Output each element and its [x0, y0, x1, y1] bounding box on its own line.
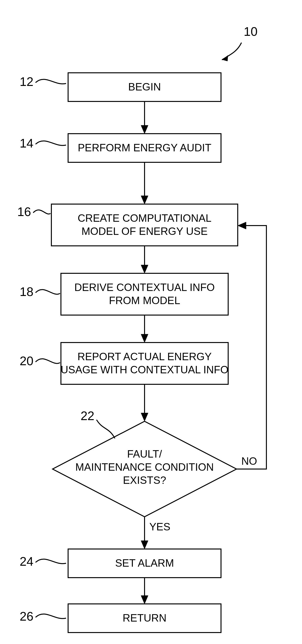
arrowhead-12-14 — [141, 125, 148, 134]
leader-20 — [36, 359, 60, 364]
node-audit-label: PERFORM ENERGY AUDIT — [78, 142, 211, 154]
node-derive — [61, 273, 228, 315]
node-model-line2: MODEL OF ENERGY USE — [82, 225, 208, 237]
leader-12 — [36, 79, 66, 84]
ref-26: 26 — [20, 610, 34, 623]
leader-18 — [36, 290, 60, 294]
arrowhead-14-16 — [141, 196, 148, 204]
node-model-line1: CREATE COMPUTATIONAL — [78, 212, 211, 224]
ref-12: 12 — [20, 75, 34, 88]
node-alarm-label: SET ALARM — [115, 557, 174, 569]
node-begin-label: BEGIN — [128, 81, 161, 92]
arrowhead-16-18 — [141, 265, 148, 273]
label-yes: YES — [149, 521, 170, 532]
arrowhead-18-20 — [141, 334, 148, 342]
node-report — [61, 342, 228, 384]
ref-14: 14 — [20, 136, 34, 150]
node-report-line2: USAGE WITH CONTEXTUAL INFO — [61, 364, 228, 376]
ref-24: 24 — [20, 554, 34, 568]
ref-20: 20 — [20, 354, 34, 368]
node-derive-line1: DERIVE CONTEXTUAL INFO — [74, 282, 215, 293]
arrowhead-20-22 — [141, 413, 148, 421]
figure-ref: 10 — [244, 24, 257, 38]
arrowhead-24-26 — [141, 596, 148, 604]
node-decision-line1: FAULT/ — [127, 448, 162, 460]
label-no: NO — [241, 455, 257, 467]
figure-ref-arrowhead — [222, 56, 228, 61]
leader-26 — [36, 614, 66, 618]
ref-18: 18 — [20, 285, 34, 298]
arrow-no — [236, 226, 266, 469]
node-return-label: RETURN — [123, 612, 166, 624]
leader-22 — [97, 420, 115, 438]
node-report-line1: REPORT ACTUAL ENERGY — [77, 351, 212, 362]
node-model — [51, 204, 238, 246]
leader-14 — [36, 141, 66, 145]
flowchart: 10 BEGIN 12 PERFORM ENERGY AUDIT 14 CREA… — [0, 0, 302, 644]
node-decision-line2: MAINTENANCE CONDITION — [75, 461, 214, 473]
leader-24 — [36, 559, 66, 564]
ref-16: 16 — [17, 205, 31, 219]
ref-22: 22 — [81, 409, 94, 423]
node-derive-line2: FROM MODEL — [109, 294, 180, 306]
arrowhead-yes — [141, 541, 148, 549]
figure-ref-arrow — [222, 43, 241, 60]
node-decision-line3: EXISTS? — [123, 474, 166, 486]
leader-16 — [34, 210, 50, 214]
arrowhead-no — [238, 222, 246, 229]
